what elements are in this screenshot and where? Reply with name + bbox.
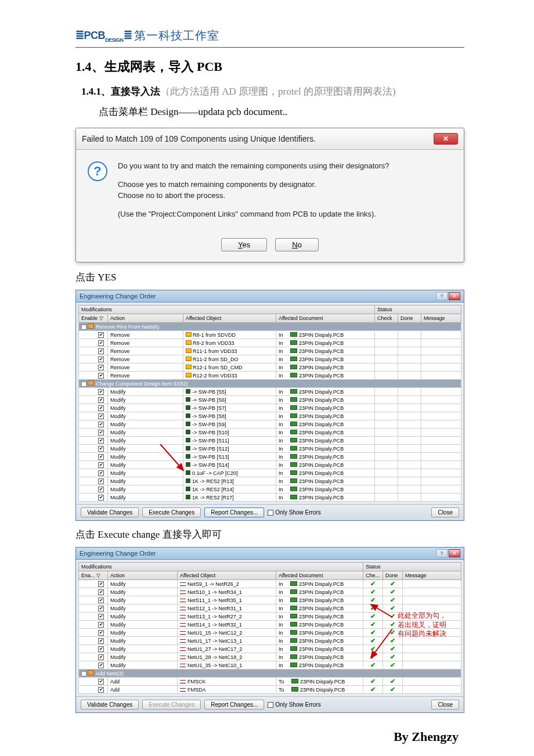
checkbox-icon[interactable]: ✔ (98, 357, 104, 362)
yes-button[interactable]: Yes (221, 238, 267, 251)
col-action[interactable]: Action (108, 314, 183, 323)
checkbox-icon[interactable]: ✔ (98, 405, 104, 411)
checkbox-icon[interactable]: ✔ (98, 397, 104, 403)
table-row[interactable]: ✔ Modify NetS10_1 -> NetR34_1 In 23PIN D… (79, 588, 461, 596)
table-row[interactable]: ✔ Modify -> SW-PB [S13] In 23PIN Dispaly… (79, 453, 461, 461)
brand-header: ≣PCBDESIGN≣ 第一科技工作室 (75, 28, 464, 44)
checkbox-icon[interactable]: ✔ (98, 487, 104, 492)
col-done[interactable]: Done (383, 571, 403, 580)
table-row[interactable]: ✔ Modify NetS9_1 -> NetR26_2 In 23PIN Di… (79, 580, 461, 588)
annotation-text: 此处全部为勾， 若出现叉，证明 有问题尚未解决 (398, 611, 446, 639)
table-row[interactable]: ✔ Modify -> SW-PB [S10] In 23PIN Dispaly… (79, 429, 461, 437)
close-button[interactable]: ✕ (434, 133, 458, 145)
table-row[interactable]: ✔ Modify -> SW-PB [S7] In 23PIN Dispaly.… (79, 404, 461, 412)
table-row[interactable]: ✔ Modify 1K -> RES2 [R17] In 23PIN Dispa… (79, 494, 461, 502)
table-row[interactable]: ✔ Remove R11-1 from VDD33 In 23PIN Dispa… (79, 347, 461, 355)
group-header[interactable]: −Add Nets(2) (79, 669, 461, 678)
checkbox-icon[interactable]: ✔ (98, 340, 104, 346)
report-button[interactable]: Report Changes... (204, 700, 264, 710)
table-row[interactable]: ✔ Modify -> SW-PB [S11] In 23PIN Dispaly… (79, 437, 461, 445)
table-row[interactable]: ✔ Modify -> SW-PB [S5] In 23PIN Dispaly.… (79, 388, 461, 396)
group-header[interactable]: −Remove Pins From Nets(6) (79, 323, 461, 331)
table-row[interactable]: ✔ Remove R12-2 from VDD33 In 23PIN Dispa… (79, 372, 461, 380)
checkbox-icon[interactable]: ✔ (98, 430, 104, 435)
table-row[interactable]: ✔ Modify -> SW-PB [S8] In 23PIN Dispaly.… (79, 412, 461, 420)
close-button[interactable]: ✕ (449, 549, 460, 557)
checkbox-icon[interactable]: ✔ (98, 679, 104, 685)
checkbox-icon[interactable]: ✔ (98, 413, 104, 419)
only-errors-checkbox[interactable]: Only Show Errors (268, 701, 320, 708)
close-button[interactable]: Close (431, 700, 459, 710)
checkbox-icon[interactable]: ✔ (98, 365, 104, 370)
table-row[interactable]: ✔ Modify NetU1_35 -> NetC10_1 In 23PIN D… (79, 661, 461, 669)
validate-button[interactable]: Validate Changes (81, 507, 139, 517)
checkbox-icon[interactable]: ✔ (98, 332, 104, 338)
checkbox-icon[interactable]: ✔ (98, 462, 104, 468)
execute-button[interactable]: Execute Changes (142, 507, 201, 517)
checkbox-icon[interactable]: ✔ (98, 597, 104, 603)
checkbox-icon[interactable]: ✔ (98, 663, 104, 668)
checkbox-icon[interactable]: ✔ (98, 614, 104, 620)
execute-button[interactable]: Execute Changes (142, 700, 201, 710)
col-message[interactable]: Message (403, 571, 461, 580)
checkbox-icon[interactable]: ✔ (98, 348, 104, 354)
dialog-title-text: Failed to Match 109 of 109 Components us… (82, 134, 316, 143)
checkbox-icon[interactable]: ✔ (98, 446, 104, 452)
no-button[interactable]: No (275, 238, 319, 251)
eco-grid[interactable]: Modifications Status Enable ▽ Action Aff… (78, 305, 461, 502)
table-row[interactable]: ✔ Modify -> SW-PB [S14] In 23PIN Dispaly… (79, 461, 461, 469)
col-affdoc[interactable]: Affected Document (276, 314, 375, 323)
table-row[interactable]: ✔ Modify -> SW-PB [S9] In 23PIN Dispaly.… (79, 420, 461, 429)
close-button[interactable]: ✕ (449, 292, 460, 300)
help-button[interactable]: ? (436, 549, 448, 557)
checkbox-icon[interactable]: ✔ (98, 470, 104, 476)
checkbox-icon[interactable]: ✔ (98, 495, 104, 501)
col-check[interactable]: Che... (363, 571, 383, 580)
table-row[interactable]: ✔ Remove R12-1 from SD_CMD In 23PIN Disp… (79, 363, 461, 372)
table-row[interactable]: ✔ Modify NetS11_1 -> NetR35_1 In 23PIN D… (79, 596, 461, 604)
col-message[interactable]: Message (421, 314, 461, 323)
checkbox-icon[interactable]: ✔ (98, 630, 104, 636)
table-row[interactable]: ✔ Add FMSDA To 23PIN Dispaly.PCB ✔ ✔ (79, 686, 461, 694)
table-row[interactable]: ✔ Remove R8-2 from VDD33 In 23PIN Dispal… (79, 339, 461, 347)
table-row[interactable]: ✔ Modify 1K -> RES2 [R13] In 23PIN Dispa… (79, 477, 461, 485)
col-affobj[interactable]: Affected Object (178, 571, 276, 580)
col-check[interactable]: Check (375, 314, 398, 323)
checkbox-icon[interactable]: ✔ (98, 622, 104, 628)
checkbox-icon[interactable]: ✔ (98, 478, 104, 484)
checkbox-icon[interactable]: ✔ (98, 581, 104, 587)
table-row[interactable]: ✔ Add FMSCK To 23PIN Dispaly.PCB ✔ ✔ (79, 678, 461, 686)
checkbox-icon[interactable]: ✔ (98, 606, 104, 611)
table-row[interactable]: ✔ Remove R8-1 from SDVDD In 23PIN Dispal… (79, 331, 461, 339)
checkbox-icon[interactable]: ✔ (98, 389, 104, 395)
table-row[interactable]: ✔ Remove R11-2 from SD_DO In 23PIN Dispa… (79, 355, 461, 363)
table-row[interactable]: ✔ Modify NetU1_28 -> NetC18_2 In 23PIN D… (79, 653, 461, 661)
col-enable[interactable]: Ena... ▽ (79, 571, 108, 580)
checkbox-icon[interactable]: ✔ (98, 638, 104, 644)
report-button[interactable]: Report Changes... (204, 507, 264, 517)
checkbox-icon[interactable]: ✔ (98, 438, 104, 444)
subsection-heading: 1.4.1、直接导入法（此方法适用 AD 原理图，protel 的原理图请用网表… (75, 85, 464, 98)
checkbox-icon[interactable]: ✔ (98, 654, 104, 660)
col-affdoc[interactable]: Affected Document (276, 571, 363, 580)
help-button[interactable]: ? (436, 292, 448, 300)
table-row[interactable]: ✔ Modify NetU1_27 -> NetC17_2 In 23PIN D… (79, 645, 461, 653)
table-row[interactable]: ✔ Modify -> SW-PB [S12] In 23PIN Dispaly… (79, 445, 461, 453)
close-button[interactable]: Close (431, 507, 459, 517)
col-action[interactable]: Action (108, 571, 178, 580)
validate-button[interactable]: Validate Changes (81, 700, 139, 710)
checkbox-icon[interactable]: ✔ (98, 454, 104, 460)
col-done[interactable]: Done (398, 314, 421, 323)
checkbox-icon[interactable]: ✔ (98, 646, 104, 652)
table-row[interactable]: ✔ Modify -> SW-PB [S6] In 23PIN Dispaly.… (79, 396, 461, 404)
checkbox-icon[interactable]: ✔ (98, 687, 104, 693)
col-enable[interactable]: Enable ▽ (79, 314, 108, 323)
table-row[interactable]: ✔ Modify 0.1uF -> CAP [C20] In 23PIN Dis… (79, 469, 461, 477)
only-errors-checkbox[interactable]: Only Show Errors (268, 509, 320, 516)
checkbox-icon[interactable]: ✔ (98, 589, 104, 595)
group-header[interactable]: −Change Component Design Item ID(82) (79, 380, 461, 388)
checkbox-icon[interactable]: ✔ (98, 422, 104, 427)
table-row[interactable]: ✔ Modify 1K -> RES2 [R14] In 23PIN Dispa… (79, 485, 461, 494)
checkbox-icon[interactable]: ✔ (98, 373, 104, 379)
col-affobj[interactable]: Affected Object (183, 314, 276, 323)
